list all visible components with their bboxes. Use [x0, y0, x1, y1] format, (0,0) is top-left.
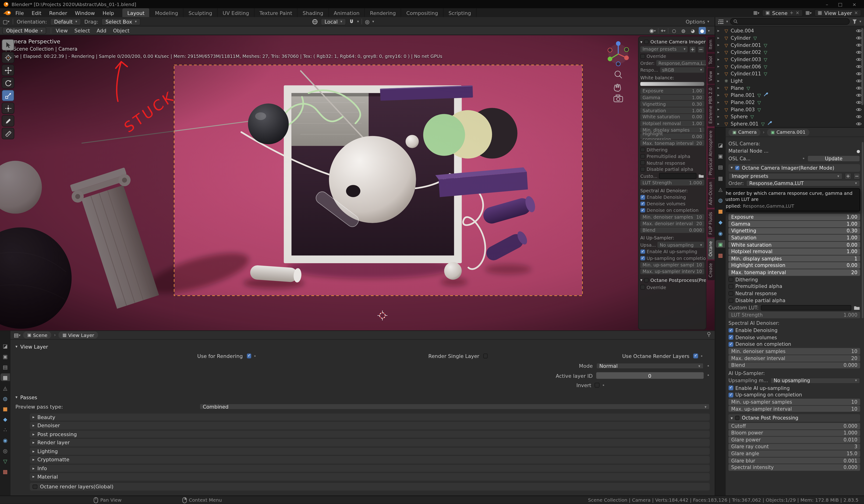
outliner-search-input[interactable] [730, 18, 850, 25]
npanel-tab[interactable]: Tool [708, 53, 715, 67]
folder-icon[interactable] [853, 305, 860, 311]
folder-icon[interactable] [698, 173, 704, 178]
slider[interactable]: Min. up-sampler samples10 [729, 399, 860, 405]
proportional-editing-icon[interactable]: ◎ [365, 19, 370, 25]
outliner-row[interactable]: ▸ ▽ ☼ Cylinder ▽ [715, 34, 864, 41]
physics-icon[interactable]: ◉ [716, 229, 725, 237]
shading-wireframe-icon[interactable]: ○ [670, 27, 677, 34]
zoom-icon[interactable] [615, 71, 622, 78]
hide-viewport-eye-icon[interactable] [856, 57, 862, 61]
update-button[interactable]: Update [807, 155, 860, 162]
proportional-dropdown-arrow[interactable]: ▾ [372, 20, 374, 24]
breadcrumb-scene[interactable]: ▣ Scene [23, 332, 51, 339]
expand-arrow-icon[interactable]: ▸ [717, 93, 722, 97]
remove-view-layer-icon[interactable]: × [854, 10, 858, 15]
active-layer-id-slider[interactable]: 0 [596, 372, 703, 379]
particles-icon[interactable]: ∴ [0, 426, 10, 433]
unlink-scene-icon[interactable]: × [795, 10, 799, 15]
slider[interactable]: Min. up-sampler sampl10 [640, 262, 704, 268]
transform-orientation-dropdown[interactable]: Local▾ [321, 18, 346, 25]
imager-enable-checkbox[interactable] [735, 165, 740, 170]
checkbox-row[interactable]: Up-sampling on completion [640, 255, 704, 261]
workspace-tab[interactable]: Texture Paint [254, 8, 298, 17]
checkbox-row[interactable]: Dithering [640, 147, 704, 152]
viewport-menu[interactable]: View [56, 27, 68, 34]
hide-viewport-eye-icon[interactable] [856, 71, 862, 76]
checkbox-row[interactable]: Disable partial alpha [640, 167, 704, 172]
outliner-row[interactable]: ▸ ▽ ☼ Cylinder.001 ▽ [715, 41, 864, 49]
properties-editor-icon[interactable]: ▤▾ [14, 332, 21, 338]
response-curve-dropdown[interactable]: sRGB▾ [660, 67, 704, 73]
remove-preset-button[interactable]: − [853, 173, 860, 179]
viewlayer-icon[interactable]: ▦ [716, 174, 725, 182]
hide-viewport-eye-icon[interactable] [856, 86, 862, 90]
slider[interactable]: Vignetting0.30 [729, 228, 860, 234]
expand-arrow-icon[interactable]: ▸ [717, 49, 722, 54]
expand-arrow-icon[interactable]: ▸ [717, 107, 722, 112]
hide-viewport-eye-icon[interactable] [856, 93, 862, 97]
maximize-button[interactable]: □ [838, 1, 842, 7]
slider[interactable]: Hotpixel removal1.00 [640, 120, 704, 126]
lut-strength-slider[interactable]: LUT Strength1.000 [729, 312, 860, 318]
filter-icon[interactable] [852, 19, 857, 24]
checkbox-row[interactable]: Enable AI up-sampling [640, 249, 704, 255]
slider[interactable]: White saturation0.00 [729, 242, 860, 248]
postprocess-enable-checkbox[interactable] [644, 278, 649, 283]
material-node-row[interactable]: Material Node ... ● [729, 147, 860, 154]
hide-viewport-eye-icon[interactable] [856, 121, 862, 126]
viewport-menu[interactable]: Add [97, 27, 107, 34]
camera-data-icon[interactable]: ▣ [716, 240, 725, 248]
tool-icon[interactable]: ◪ [0, 342, 10, 349]
output-icon[interactable]: ▤ [0, 363, 10, 370]
postprocess-enable-checkbox[interactable] [735, 416, 740, 420]
expand-arrow-icon[interactable]: ▸ [717, 57, 722, 62]
slider[interactable]: Min. denoiser samples10 [640, 214, 704, 220]
add-preset-button[interactable]: + [844, 173, 851, 179]
expand-arrow-icon[interactable]: ▸ [717, 100, 722, 105]
collapsed-panel[interactable]: ▸Denoiser [29, 422, 710, 429]
scene-selector[interactable]: ▣ Scene + × [762, 9, 803, 16]
object-icon[interactable]: ■ [716, 207, 725, 215]
physics-icon[interactable]: ◉ [0, 436, 10, 444]
slider[interactable]: White saturation0.00 [640, 114, 704, 120]
hide-viewport-eye-icon[interactable] [856, 107, 862, 112]
npanel-tab[interactable]: Extreme PBR 2.0 [708, 85, 715, 127]
filter-dropdown-arrow[interactable]: ▾ [860, 20, 862, 24]
checkbox-row[interactable]: Enable Denoising [640, 194, 704, 200]
custom-lut-field[interactable] [761, 305, 851, 311]
cursor-tool[interactable] [2, 52, 14, 63]
outliner-scrollbar[interactable] [861, 28, 863, 105]
outliner-row[interactable]: ▸ ▽ ☼ Plane.001 ▽ [715, 91, 864, 99]
lut-strength-slider[interactable]: LUT Strength1.000 [640, 180, 704, 185]
collapsed-panel[interactable]: ▸Lighting [29, 447, 710, 455]
checkbox-row[interactable]: Dithering [729, 276, 860, 283]
npanel-tab[interactable]: FLIP Fluids [708, 209, 715, 237]
slider[interactable]: Cutoff0.000 [729, 423, 860, 429]
slider[interactable]: Glare angle15.0 [729, 451, 860, 457]
workspace-tab[interactable]: Shading [298, 8, 329, 17]
object-icon[interactable]: ■ [0, 405, 10, 412]
order-dropdown[interactable]: Response,Gamma,L...▾ [656, 60, 706, 66]
upsampling-mode-dropdown[interactable]: No upsampling▾ [770, 378, 860, 384]
slider[interactable]: Min. denoiser samples10 [729, 348, 860, 354]
active-tool-icon[interactable]: ▢▾ [3, 19, 10, 25]
view-layer-selector[interactable]: ▦ View Layer × [814, 9, 861, 16]
slider[interactable]: Max. up-sampler interv10 [640, 268, 704, 274]
invert-checkbox[interactable] [595, 383, 599, 388]
imager-presets-dropdown[interactable]: Imager presets▾ [640, 46, 688, 52]
postprocess-override-row[interactable]: Override [640, 284, 704, 290]
slider[interactable]: Exposure1.00 [729, 214, 860, 220]
expand-arrow-icon[interactable]: ▸ [717, 64, 722, 69]
gizmos-toggle-icon[interactable]: ⌖▾ [661, 27, 665, 34]
outliner-row[interactable]: ▸ ▽ ☼ Light ▽ [715, 77, 864, 84]
slider[interactable]: Highlight compression0.00 [729, 262, 860, 269]
scene-icon[interactable]: ◬ [0, 384, 10, 392]
topbar-menu[interactable]: Render [45, 8, 71, 17]
hide-viewport-eye-icon[interactable] [856, 36, 862, 40]
view-layer-browse-icon[interactable]: ▦▾ [805, 10, 812, 15]
checkbox-row[interactable]: Enable Denoising [729, 327, 860, 334]
new-scene-icon[interactable]: + [790, 10, 793, 15]
viewport-menu[interactable]: Object [113, 27, 130, 34]
data-icon[interactable]: ▽ [0, 457, 10, 465]
npanel-tab[interactable]: Physical Atmosphere [708, 128, 715, 178]
